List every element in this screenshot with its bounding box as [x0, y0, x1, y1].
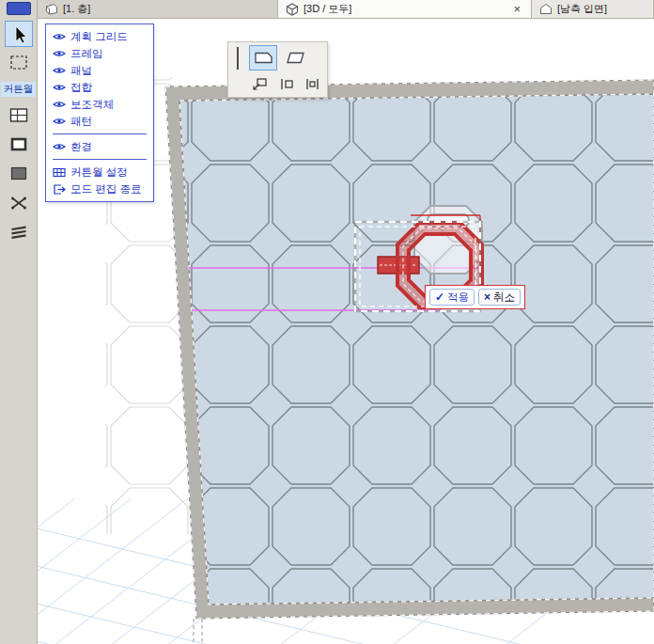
panel-alt-mode-button[interactable] — [281, 45, 309, 71]
menu-item-label: 환경 — [70, 140, 92, 154]
accessory-stack-icon — [8, 223, 29, 242]
eye-icon — [53, 49, 66, 58]
curtain-wall-display-menu: 계획 그리드 프레임 패널 접합 — [45, 24, 154, 202]
menu-item-label: 모드 편집 종료 — [70, 182, 141, 196]
pet-option-extend-button[interactable] — [300, 75, 324, 93]
panel-sheet-icon — [253, 50, 274, 66]
split-panel-icon — [278, 77, 294, 91]
eye-icon — [53, 83, 66, 92]
panel-outline-icon — [285, 50, 306, 66]
menu-item-panel[interactable]: 패널 — [46, 62, 153, 79]
menu-item-exit-edit-mode[interactable]: 모드 편집 종료 — [46, 181, 153, 197]
cancel-label: 취소 — [493, 291, 515, 305]
menu-item-environment[interactable]: 환경 — [46, 138, 153, 155]
eye-icon — [53, 117, 66, 126]
menu-item-label: 접합 — [70, 81, 92, 95]
curtain-wall[interactable] — [165, 80, 654, 619]
panel-mode-button[interactable] — [249, 45, 277, 71]
menu-item-label: 보조객체 — [70, 98, 114, 112]
menu-separator — [53, 159, 147, 160]
left-toolbar: 커튼월 — [0, 0, 38, 644]
apply-button[interactable]: ✓적용 — [429, 289, 475, 306]
menu-item-pattern[interactable]: 패턴 — [46, 113, 153, 130]
menu-item-label: 계획 그리드 — [70, 30, 128, 44]
marquee-icon — [8, 54, 29, 72]
floor-plan-icon — [45, 3, 58, 15]
cube-3d-icon — [286, 3, 299, 16]
x-icon: × — [484, 291, 490, 304]
menu-item-accessory[interactable]: 보조객체 — [46, 96, 153, 113]
accessory-tool-button[interactable] — [5, 219, 33, 245]
tab-bar: [1. 층] [3D / 모두] × [남측 입면] — [38, 0, 654, 19]
boundary-grid-icon — [8, 106, 29, 125]
settings-grid-icon — [53, 167, 66, 178]
eye-icon — [53, 32, 66, 41]
octagon-pattern-glass — [179, 94, 654, 605]
menu-item-curtain-wall-settings[interactable]: 커튼월 설정 — [46, 164, 153, 181]
exit-icon — [53, 184, 66, 195]
apply-label: 적용 — [447, 291, 469, 305]
frame-icon — [8, 135, 29, 154]
arrow-tool-button[interactable] — [5, 21, 33, 47]
junction-icon — [8, 194, 29, 212]
boundary-tool-button[interactable] — [5, 102, 33, 129]
pet-option-split-button[interactable] — [273, 75, 298, 93]
panel-tool-button[interactable] — [5, 161, 33, 187]
cancel-button[interactable]: ×취소 — [478, 289, 521, 306]
menu-item-label: 커튼월 설정 — [70, 165, 128, 180]
menu-separator — [53, 134, 147, 134]
menu-item-label: 패턴 — [70, 115, 92, 129]
arrow-cursor-icon — [8, 24, 29, 44]
tab-south-elevation[interactable]: [남측 입면] — [532, 0, 654, 18]
menu-item-scheme-grid[interactable]: 계획 그리드 — [46, 28, 153, 45]
viewport-3d[interactable]: 계획 그리드 프레임 패널 접합 — [38, 19, 654, 644]
menu-item-label: 패널 — [70, 64, 92, 78]
marquee-tool-button[interactable] — [5, 50, 33, 76]
tab-3d-all[interactable]: [3D / 모두] × — [278, 0, 532, 18]
move-panel-icon — [252, 77, 268, 91]
eye-icon — [53, 100, 66, 109]
eye-icon — [53, 66, 66, 75]
eye-icon — [53, 142, 66, 151]
menu-item-frame[interactable]: 프레임 — [46, 45, 153, 62]
tab-label: [1. 층] — [63, 2, 90, 16]
wall-edge-dashes — [194, 619, 202, 644]
tab-label: [남측 입면] — [557, 2, 607, 16]
pet-palette — [227, 41, 328, 98]
pet-option-move-button[interactable] — [247, 75, 272, 93]
palette-separator — [237, 47, 239, 70]
tab-floor-plan[interactable]: [1. 층] — [38, 0, 278, 18]
frame-tool-button[interactable] — [5, 132, 33, 158]
menu-item-junction[interactable]: 접합 — [46, 79, 153, 96]
curtain-wall-group-label: 커튼월 — [1, 82, 37, 97]
extend-panel-icon — [304, 77, 320, 91]
apply-cancel-palette: ✓적용 ×취소 — [425, 285, 525, 309]
menu-item-label: 프레임 — [70, 47, 103, 61]
check-icon: ✓ — [435, 291, 444, 304]
window-icon[interactable] — [7, 2, 31, 15]
tab-label: [3D / 모두] — [304, 2, 351, 16]
elevation-icon — [539, 3, 553, 15]
close-tab-icon[interactable]: × — [510, 3, 523, 15]
junction-tool-button[interactable] — [5, 190, 33, 216]
panel-icon — [8, 165, 29, 183]
